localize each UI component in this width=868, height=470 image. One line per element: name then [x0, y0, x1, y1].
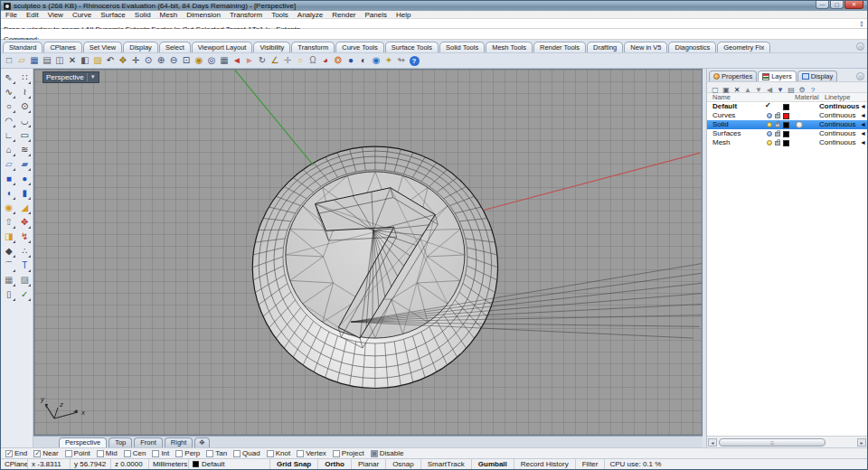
- delete-icon[interactable]: ✕: [66, 54, 79, 67]
- viewport-layout-icon[interactable]: ▦: [218, 54, 231, 67]
- toggle-smarttrack[interactable]: SmartTrack: [421, 459, 472, 469]
- toolbar-tab-visibility[interactable]: Visibility: [253, 42, 290, 52]
- layer-name[interactable]: Mesh: [712, 138, 731, 147]
- menu-transform[interactable]: Transform: [225, 11, 267, 19]
- osnap-checkbox[interactable]: [152, 450, 159, 457]
- viewport-tab-perspective[interactable]: Perspective: [59, 437, 107, 447]
- zoom-window-icon[interactable]: ⊡: [180, 54, 193, 67]
- wireframe-model[interactable]: [34, 70, 702, 435]
- arc-icon[interactable]: ◠: [2, 114, 16, 128]
- save-icon[interactable]: ▦: [28, 54, 41, 67]
- ellipsoid-solid-icon[interactable]: ◖: [2, 186, 16, 201]
- tab-options-icon[interactable]: ◎: [856, 42, 864, 51]
- layer-name[interactable]: Default: [712, 102, 737, 111]
- command-history-row[interactable]: Drag a window to zoom ( All Dynamic Exte…: [1, 19, 867, 29]
- lamp-icon[interactable]: ○: [294, 54, 307, 67]
- viewport-perspective[interactable]: Perspective ▼ xyz: [33, 69, 703, 436]
- osnap-checkbox[interactable]: [33, 450, 41, 457]
- toggle-record-history[interactable]: Record History: [514, 459, 576, 469]
- paste-icon[interactable]: ▨: [91, 54, 104, 67]
- environment-globe-icon[interactable]: ◉: [370, 54, 382, 67]
- layer-linetype[interactable]: Continuous: [819, 129, 855, 138]
- panel-hscrollbar[interactable]: ◄ ►: [707, 436, 867, 447]
- menu-render[interactable]: Render: [327, 11, 360, 19]
- active-layer-pane[interactable]: Default: [189, 459, 270, 469]
- layer-bulb-icon[interactable]: [767, 131, 772, 136]
- box-solid-icon[interactable]: ■: [2, 172, 16, 186]
- layer-lock-icon[interactable]: [775, 123, 780, 127]
- named-views-icon[interactable]: ✦: [382, 54, 395, 67]
- polygon-icon[interactable]: ⌂: [2, 143, 16, 157]
- menu-dimension[interactable]: Dimension: [182, 11, 225, 19]
- boolean-union-icon[interactable]: ◉: [2, 201, 16, 215]
- toolbar-tab-set-view[interactable]: Set View: [83, 42, 122, 52]
- layer-lock-icon[interactable]: [775, 141, 780, 146]
- node-edit-icon[interactable]: ∴: [17, 244, 32, 258]
- layer-bulb-icon[interactable]: [767, 140, 772, 146]
- layer-color-swatch[interactable]: [783, 140, 789, 146]
- osnap-checkbox[interactable]: [267, 450, 274, 457]
- extrude-icon[interactable]: ⇧: [2, 215, 16, 230]
- layer-color-swatch[interactable]: [783, 113, 789, 119]
- menu-analyze[interactable]: Analyze: [293, 11, 327, 19]
- control-point-curve-icon[interactable]: ≀: [17, 85, 32, 99]
- menu-surface[interactable]: Surface: [96, 11, 130, 19]
- layer-bulb-icon[interactable]: [767, 113, 772, 118]
- sphere-solid-icon[interactable]: ●: [17, 172, 32, 186]
- osnap-checkbox[interactable]: [371, 450, 378, 457]
- osnap-checkbox[interactable]: [297, 450, 304, 457]
- menu-solid[interactable]: Solid: [130, 11, 156, 19]
- osnap-project[interactable]: Project: [333, 448, 364, 459]
- undo-icon[interactable]: ↶: [104, 54, 117, 67]
- sweep-surface-icon[interactable]: ▰: [17, 157, 32, 172]
- minimize-button[interactable]: —: [816, 1, 829, 9]
- drop-point-icon[interactable]: ◆: [2, 244, 16, 258]
- menu-view[interactable]: View: [43, 11, 68, 19]
- render-preview-icon[interactable]: ◐: [357, 54, 370, 67]
- undo-view-change-icon[interactable]: ◄: [231, 54, 243, 67]
- osnap-checkbox[interactable]: [124, 450, 131, 457]
- toolbar-tab-transform[interactable]: Transform: [291, 42, 335, 52]
- fillet-edge-icon[interactable]: ◢: [17, 201, 32, 215]
- trash-bin-icon[interactable]: ▯: [2, 287, 16, 302]
- layer-linetype[interactable]: Continuous: [819, 120, 855, 129]
- panel-menu-icon[interactable]: ◎: [856, 72, 864, 80]
- rectangle-icon[interactable]: ▭: [17, 128, 32, 143]
- pan-view-icon[interactable]: ✥: [117, 54, 129, 67]
- layer-linetype[interactable]: Continuous: [819, 102, 859, 111]
- layer-name[interactable]: Curves: [712, 111, 735, 120]
- color-wheel-icon[interactable]: ❂: [332, 54, 344, 67]
- toggle-planar[interactable]: Planar: [352, 459, 386, 469]
- history-link-icon[interactable]: ↬: [395, 54, 408, 67]
- menu-tools[interactable]: Tools: [267, 11, 293, 19]
- menu-mesh[interactable]: Mesh: [156, 11, 183, 19]
- layer-material-icon[interactable]: [796, 121, 803, 128]
- gumball-move-icon[interactable]: ✥: [17, 215, 32, 230]
- layer-row-curves[interactable]: CurvesContinuous◄: [707, 111, 867, 120]
- menu-edit[interactable]: Edit: [22, 11, 43, 19]
- layer-color-swatch[interactable]: [783, 104, 789, 110]
- menu-file[interactable]: File: [1, 11, 22, 19]
- render-icon[interactable]: ●: [344, 54, 357, 67]
- zoom-out-icon[interactable]: ⊖: [167, 54, 180, 67]
- circle-icon[interactable]: ○: [2, 99, 16, 114]
- circle-center-icon[interactable]: ⊙: [17, 99, 32, 114]
- pipe-solid-icon[interactable]: ▮: [17, 186, 32, 201]
- toggle-ortho[interactable]: Ortho: [318, 459, 352, 469]
- osnap-checkbox[interactable]: [65, 450, 72, 457]
- toolbar-tab-geometry-fix[interactable]: Geometry Fix: [717, 42, 770, 52]
- toolbar-tab-mesh-tools[interactable]: Mesh Tools: [486, 42, 533, 52]
- osnap-knot[interactable]: Knot: [267, 448, 290, 459]
- join-curves-icon[interactable]: ⌒: [2, 258, 16, 273]
- new-file-icon[interactable]: □: [3, 54, 15, 67]
- layer-linetype[interactable]: Continuous: [819, 111, 855, 120]
- text-tool-icon[interactable]: T: [17, 258, 32, 273]
- layer-row-mesh[interactable]: MeshContinuous◄: [707, 138, 867, 147]
- toolbar-tab-render-tools[interactable]: Render Tools: [533, 42, 586, 52]
- toolbar-tab-viewport-layout[interactable]: Viewport Layout: [192, 42, 253, 52]
- open-file-icon[interactable]: ▱: [15, 54, 28, 67]
- set-cplane-icon[interactable]: ∠: [269, 54, 281, 67]
- osnap-vertex[interactable]: Vertex: [297, 448, 326, 459]
- toolbar-tab-standard[interactable]: Standard: [3, 42, 42, 52]
- toolbar-tab-surface-tools[interactable]: Surface Tools: [385, 42, 439, 52]
